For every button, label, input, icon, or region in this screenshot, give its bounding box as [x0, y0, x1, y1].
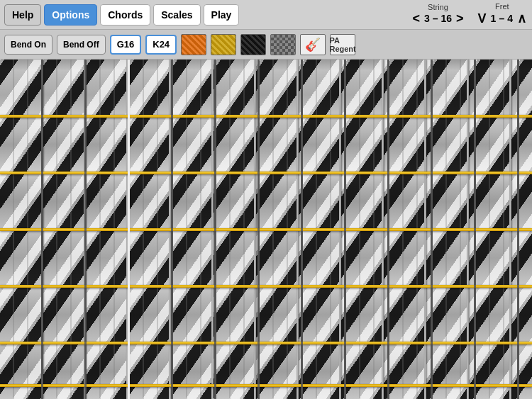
- fret-prev-button[interactable]: V: [477, 11, 488, 26]
- fret-min-value: 1: [491, 13, 497, 24]
- fretboard[interactable]: [0, 60, 532, 399]
- help-button[interactable]: Help: [4, 4, 41, 26]
- top-nav-bar: Help Options Chords Scales Play String <…: [0, 0, 532, 30]
- string-dash: –: [433, 13, 438, 24]
- string-fret-controls: String < 3 – 16 > Fret V 1 – 4 ∧: [411, 3, 528, 26]
- fret-max-value: 4: [507, 13, 513, 24]
- play-button[interactable]: Play: [204, 4, 240, 26]
- texture-orange-swatch[interactable]: [181, 34, 206, 55]
- string-max-value: 16: [441, 13, 453, 24]
- options-button[interactable]: Options: [44, 4, 97, 26]
- k24-button[interactable]: K24: [145, 35, 177, 55]
- brand-logo2[interactable]: PARegent: [330, 34, 355, 55]
- bend-on-button[interactable]: Bend On: [4, 35, 52, 55]
- string-prev-button[interactable]: <: [411, 11, 421, 26]
- bend-off-button[interactable]: Bend Off: [57, 35, 106, 55]
- brand-logo1[interactable]: 🎸: [300, 34, 326, 55]
- texture-gold-swatch[interactable]: [211, 34, 236, 55]
- texture-dark-swatch[interactable]: [240, 34, 266, 55]
- string-min-value: 3: [424, 13, 430, 24]
- fret-label: Fret: [495, 3, 509, 11]
- chords-button[interactable]: Chords: [100, 4, 150, 26]
- texture-checkered-swatch[interactable]: [270, 34, 296, 55]
- toolbar2: Bend On Bend Off G16 K24 🎸 PARegent: [0, 30, 532, 60]
- fret-dividers: [0, 60, 532, 399]
- scales-button[interactable]: Scales: [153, 4, 200, 26]
- string-next-button[interactable]: >: [455, 11, 465, 26]
- fret-dash: –: [499, 13, 504, 24]
- fret-next-button[interactable]: ∧: [516, 11, 528, 26]
- string-label: String: [428, 4, 448, 11]
- fret-position-highlight: [128, 60, 130, 399]
- g16-button[interactable]: G16: [110, 35, 142, 55]
